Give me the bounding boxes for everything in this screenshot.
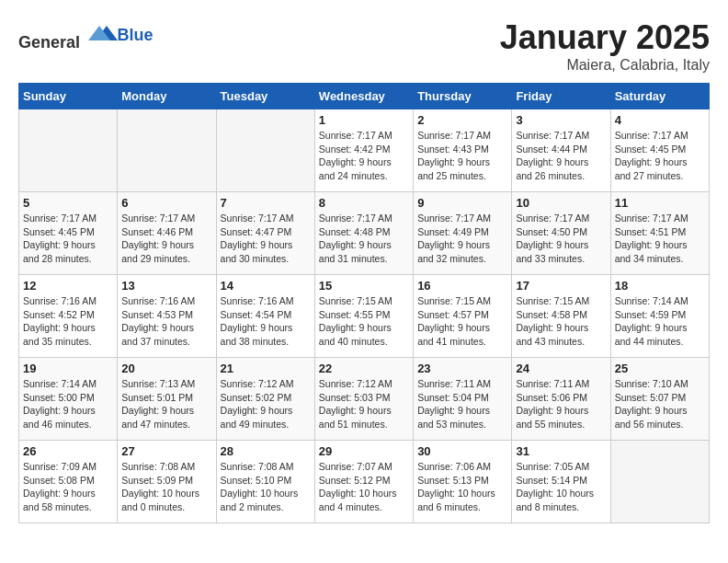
logo-text-general: General [18, 33, 80, 52]
day-info: Sunrise: 7:15 AMSunset: 4:58 PMDaylight:… [516, 294, 606, 349]
day-cell [19, 109, 118, 192]
day-info: Sunrise: 7:17 AMSunset: 4:43 PMDaylight:… [417, 129, 507, 183]
day-cell: 20Sunrise: 7:13 AMSunset: 5:01 PMDayligh… [118, 358, 216, 441]
day-number: 8 [319, 196, 409, 210]
day-cell: 18Sunrise: 7:14 AMSunset: 4:59 PMDayligh… [610, 275, 709, 358]
day-number: 1 [319, 113, 409, 127]
day-number: 24 [516, 362, 606, 375]
day-cell: 17Sunrise: 7:15 AMSunset: 4:58 PMDayligh… [512, 275, 610, 358]
day-info: Sunrise: 7:17 AMSunset: 4:47 PMDaylight:… [221, 212, 311, 266]
day-info: Sunrise: 7:09 AMSunset: 5:08 PMDaylight:… [23, 460, 113, 514]
day-info: Sunrise: 7:08 AMSunset: 5:10 PMDaylight:… [221, 460, 311, 514]
day-number: 25 [615, 362, 705, 375]
day-cell: 14Sunrise: 7:16 AMSunset: 4:54 PMDayligh… [216, 275, 314, 358]
day-number: 6 [121, 196, 211, 210]
day-info: Sunrise: 7:14 AMSunset: 4:59 PMDaylight:… [615, 294, 705, 349]
day-cell: 7Sunrise: 7:17 AMSunset: 4:47 PMDaylight… [216, 192, 314, 275]
day-number: 26 [23, 444, 113, 458]
weekday-header-monday: Monday [118, 84, 216, 109]
day-cell: 9Sunrise: 7:17 AMSunset: 4:49 PMDaylight… [414, 192, 512, 275]
day-info: Sunrise: 7:17 AMSunset: 4:48 PMDaylight:… [319, 212, 409, 266]
day-info: Sunrise: 7:17 AMSunset: 4:46 PMDaylight:… [121, 212, 211, 266]
day-cell: 5Sunrise: 7:17 AMSunset: 4:45 PMDaylight… [19, 192, 118, 275]
day-cell [118, 109, 216, 192]
day-cell: 4Sunrise: 7:17 AMSunset: 4:45 PMDaylight… [610, 109, 709, 192]
day-cell: 11Sunrise: 7:17 AMSunset: 4:51 PMDayligh… [610, 192, 709, 275]
day-number: 21 [221, 362, 311, 375]
day-info: Sunrise: 7:15 AMSunset: 4:55 PMDaylight:… [319, 294, 409, 349]
day-cell: 23Sunrise: 7:11 AMSunset: 5:04 PMDayligh… [414, 358, 512, 441]
day-cell: 31Sunrise: 7:05 AMSunset: 5:14 PMDayligh… [512, 441, 610, 523]
day-cell: 22Sunrise: 7:12 AMSunset: 5:03 PMDayligh… [314, 358, 413, 441]
day-info: Sunrise: 7:10 AMSunset: 5:07 PMDaylight:… [615, 377, 705, 431]
day-info: Sunrise: 7:17 AMSunset: 4:50 PMDaylight:… [516, 212, 606, 266]
day-number: 29 [319, 444, 409, 458]
day-number: 18 [615, 279, 705, 293]
day-cell: 24Sunrise: 7:11 AMSunset: 5:06 PMDayligh… [512, 358, 610, 441]
day-number: 22 [319, 362, 409, 375]
day-number: 2 [417, 113, 507, 127]
day-info: Sunrise: 7:17 AMSunset: 4:51 PMDaylight:… [615, 212, 705, 266]
day-cell [610, 441, 709, 523]
day-info: Sunrise: 7:17 AMSunset: 4:45 PMDaylight:… [23, 212, 113, 266]
day-number: 27 [121, 444, 211, 458]
location: Maiera, Calabria, Italy [500, 57, 710, 74]
logo-text-blue: Blue [118, 26, 154, 44]
day-number: 4 [615, 113, 705, 127]
title-block: January 2025 Maiera, Calabria, Italy [500, 18, 710, 74]
day-info: Sunrise: 7:07 AMSunset: 5:12 PMDaylight:… [319, 460, 409, 514]
day-number: 10 [516, 196, 606, 210]
day-info: Sunrise: 7:05 AMSunset: 5:14 PMDaylight:… [516, 460, 606, 514]
weekday-header-row: SundayMondayTuesdayWednesdayThursdayFrid… [19, 84, 710, 109]
day-cell: 28Sunrise: 7:08 AMSunset: 5:10 PMDayligh… [216, 441, 314, 523]
day-cell: 19Sunrise: 7:14 AMSunset: 5:00 PMDayligh… [19, 358, 118, 441]
day-number: 3 [516, 113, 606, 127]
day-cell: 30Sunrise: 7:06 AMSunset: 5:13 PMDayligh… [414, 441, 512, 523]
day-cell: 25Sunrise: 7:10 AMSunset: 5:07 PMDayligh… [610, 358, 709, 441]
day-cell: 21Sunrise: 7:12 AMSunset: 5:02 PMDayligh… [216, 358, 314, 441]
weekday-header-sunday: Sunday [19, 84, 118, 109]
day-info: Sunrise: 7:08 AMSunset: 5:09 PMDaylight:… [121, 460, 211, 514]
day-info: Sunrise: 7:12 AMSunset: 5:03 PMDaylight:… [319, 377, 409, 431]
day-number: 28 [221, 444, 311, 458]
day-info: Sunrise: 7:17 AMSunset: 4:49 PMDaylight:… [417, 212, 507, 266]
day-cell: 13Sunrise: 7:16 AMSunset: 4:53 PMDayligh… [118, 275, 216, 358]
day-info: Sunrise: 7:11 AMSunset: 5:04 PMDaylight:… [417, 377, 507, 431]
weekday-header-tuesday: Tuesday [216, 84, 314, 109]
weekday-header-saturday: Saturday [610, 84, 709, 109]
day-number: 20 [121, 362, 211, 375]
day-number: 16 [417, 279, 507, 293]
day-cell: 6Sunrise: 7:17 AMSunset: 4:46 PMDaylight… [118, 192, 216, 275]
day-cell: 16Sunrise: 7:15 AMSunset: 4:57 PMDayligh… [414, 275, 512, 358]
day-info: Sunrise: 7:11 AMSunset: 5:06 PMDaylight:… [516, 377, 606, 431]
day-cell: 27Sunrise: 7:08 AMSunset: 5:09 PMDayligh… [118, 441, 216, 523]
day-cell: 2Sunrise: 7:17 AMSunset: 4:43 PMDaylight… [414, 109, 512, 192]
day-number: 12 [23, 279, 113, 293]
day-number: 17 [516, 279, 606, 293]
day-info: Sunrise: 7:06 AMSunset: 5:13 PMDaylight:… [417, 460, 507, 514]
month-title: January 2025 [500, 18, 710, 57]
day-cell: 1Sunrise: 7:17 AMSunset: 4:42 PMDaylight… [314, 109, 413, 192]
day-info: Sunrise: 7:16 AMSunset: 4:52 PMDaylight:… [23, 294, 113, 349]
page-header: General Blue January 2025 Maiera, Calabr… [18, 18, 710, 74]
day-cell: 10Sunrise: 7:17 AMSunset: 4:50 PMDayligh… [512, 192, 610, 275]
day-number: 30 [417, 444, 507, 458]
day-number: 5 [23, 196, 113, 210]
weekday-header-thursday: Thursday [414, 84, 512, 109]
week-row-2: 5Sunrise: 7:17 AMSunset: 4:45 PMDaylight… [19, 192, 710, 275]
day-info: Sunrise: 7:17 AMSunset: 4:45 PMDaylight:… [615, 129, 705, 183]
weekday-header-friday: Friday [512, 84, 610, 109]
day-cell: 12Sunrise: 7:16 AMSunset: 4:52 PMDayligh… [19, 275, 118, 358]
day-info: Sunrise: 7:17 AMSunset: 4:42 PMDaylight:… [319, 129, 409, 183]
weekday-header-wednesday: Wednesday [314, 84, 413, 109]
day-info: Sunrise: 7:16 AMSunset: 4:53 PMDaylight:… [121, 294, 211, 349]
logo-icon [88, 18, 118, 48]
week-row-1: 1Sunrise: 7:17 AMSunset: 4:42 PMDaylight… [19, 109, 710, 192]
day-cell: 29Sunrise: 7:07 AMSunset: 5:12 PMDayligh… [314, 441, 413, 523]
day-info: Sunrise: 7:14 AMSunset: 5:00 PMDaylight:… [23, 377, 113, 431]
day-number: 13 [121, 279, 211, 293]
day-info: Sunrise: 7:12 AMSunset: 5:02 PMDaylight:… [221, 377, 311, 431]
day-number: 9 [417, 196, 507, 210]
calendar-table: SundayMondayTuesdayWednesdayThursdayFrid… [18, 83, 710, 523]
day-number: 15 [319, 279, 409, 293]
